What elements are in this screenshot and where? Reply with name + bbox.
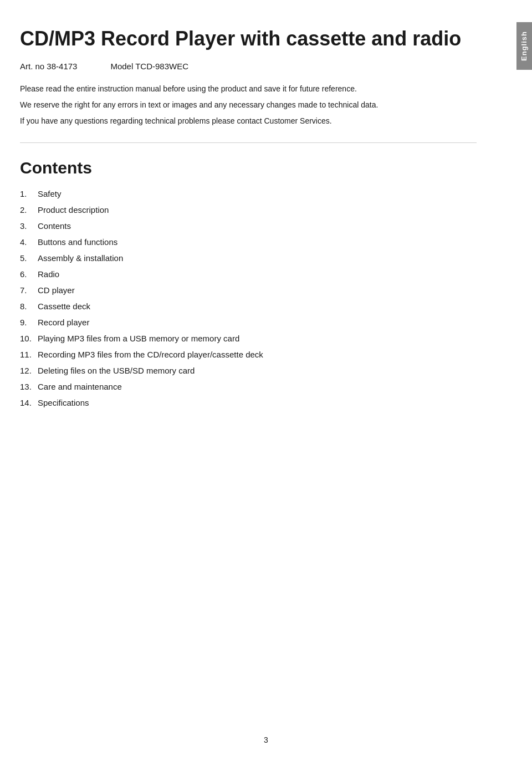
item-number: 11.	[20, 348, 38, 361]
item-text: Product description	[38, 203, 109, 217]
page-title: CD/MP3 Record Player with cassette and r…	[20, 27, 477, 50]
item-text: Radio	[38, 268, 59, 281]
item-number: 4.	[20, 236, 38, 249]
item-number: 10.	[20, 332, 38, 345]
list-item: 12.Deleting files on the USB/SD memory c…	[20, 364, 477, 377]
list-item: 10.Playing MP3 files from a USB memory o…	[20, 332, 477, 345]
intro-line-3: If you have any questions regarding tech…	[20, 115, 477, 127]
page-number: 3	[264, 736, 268, 744]
list-item: 4.Buttons and functions	[20, 236, 477, 249]
item-text: CD player	[38, 284, 75, 297]
main-content: CD/MP3 Record Player with cassette and r…	[20, 27, 499, 410]
art-number: Art. no 38-4173	[20, 62, 77, 71]
item-number: 12.	[20, 364, 38, 377]
list-item: 11.Recording MP3 files from the CD/recor…	[20, 348, 477, 361]
item-number: 5.	[20, 252, 38, 265]
item-text: Specifications	[38, 396, 89, 410]
list-item: 7.CD player	[20, 284, 477, 297]
item-number: 13.	[20, 380, 38, 394]
item-text: Recording MP3 files from the CD/record p…	[38, 348, 263, 361]
art-model-line: Art. no 38-4173 Model TCD-983WEC	[20, 62, 477, 71]
list-item: 3.Contents	[20, 219, 477, 233]
item-text: Deleting files on the USB/SD memory card	[38, 364, 195, 377]
item-number: 9.	[20, 316, 38, 329]
item-number: 6.	[20, 268, 38, 281]
contents-heading: Contents	[20, 159, 477, 177]
item-number: 3.	[20, 219, 38, 233]
list-item: 8.Cassette deck	[20, 300, 477, 313]
list-item: 2.Product description	[20, 203, 477, 217]
item-text: Care and maintenance	[38, 380, 122, 394]
item-number: 14.	[20, 396, 38, 410]
item-text: Safety	[38, 187, 62, 201]
list-item: 1.Safety	[20, 187, 477, 201]
model-number: Model TCD-983WEC	[110, 62, 188, 71]
item-text: Cassette deck	[38, 300, 90, 313]
contents-list: 1.Safety2.Product description3.Contents4…	[20, 187, 477, 410]
item-text: Playing MP3 files from a USB memory or m…	[38, 332, 239, 345]
list-item: 6.Radio	[20, 268, 477, 281]
item-text: Record player	[38, 316, 89, 329]
item-number: 2.	[20, 203, 38, 217]
divider	[20, 142, 477, 143]
list-item: 13.Care and maintenance	[20, 380, 477, 394]
item-text: Assembly & installation	[38, 252, 123, 265]
list-item: 5.Assembly & installation	[20, 252, 477, 265]
item-text: Contents	[38, 219, 71, 233]
list-item: 14.Specifications	[20, 396, 477, 410]
list-item: 9.Record player	[20, 316, 477, 329]
intro-line-2: We reserve the right for any errors in t…	[20, 99, 477, 111]
item-number: 8.	[20, 300, 38, 313]
intro-line-1: Please read the entire instruction manua…	[20, 83, 477, 95]
item-number: 1.	[20, 187, 38, 201]
page-container: English CD/MP3 Record Player with casset…	[0, 0, 532, 761]
item-number: 7.	[20, 284, 38, 297]
item-text: Buttons and functions	[38, 236, 117, 249]
sidebar-label: English	[516, 22, 532, 70]
